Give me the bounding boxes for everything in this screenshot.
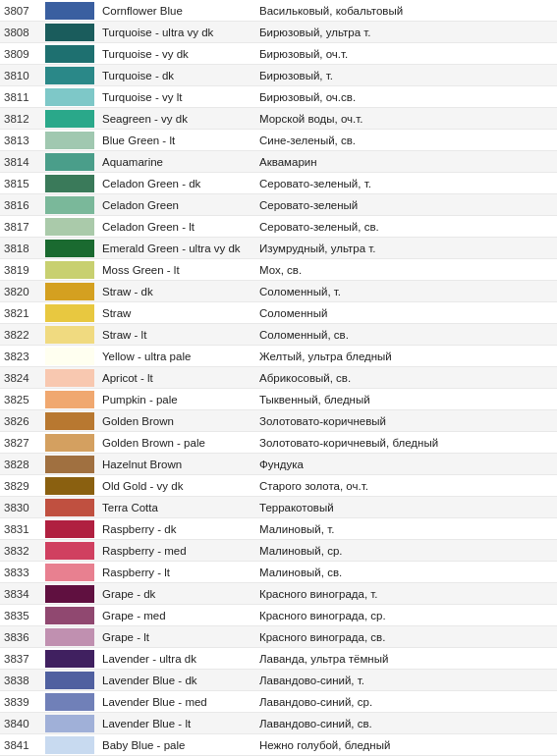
color-swatch: [45, 564, 94, 581]
color-name-russian: Серовато-зеленый: [255, 199, 557, 211]
color-swatch: [45, 369, 94, 387]
table-row: 3807Cornflower BlueВасильковый, кобальто…: [0, 0, 557, 22]
table-row: 3821StrawСоломенный: [0, 302, 557, 324]
color-swatch: [45, 218, 94, 236]
table-row: 3831Raspberry - dkМалиновый, т.: [0, 518, 557, 540]
color-name-russian: Малиновый, ср.: [255, 545, 557, 557]
color-name: Grape - lt: [98, 631, 255, 643]
color-name: Old Gold - vy dk: [98, 480, 255, 492]
color-number: 3822: [0, 329, 41, 341]
color-name-russian: Терракотовый: [255, 502, 557, 513]
table-row: 3832Raspberry - medМалиновый, ср.: [0, 540, 557, 562]
color-number: 3825: [0, 394, 41, 405]
color-name-russian: Золотовато-коричневый, бледный: [255, 437, 557, 449]
table-row: 3835Grape - medКрасного винограда, ср.: [0, 605, 557, 626]
color-number: 3815: [0, 178, 41, 189]
color-name: Pumpkin - pale: [98, 394, 255, 405]
color-name-russian: Мох, св.: [255, 264, 557, 276]
color-number: 3817: [0, 221, 41, 233]
color-swatch: [45, 196, 94, 214]
color-name: Lavender Blue - lt: [98, 718, 255, 729]
color-name-russian: Бирюзовый, оч.т.: [255, 48, 557, 60]
table-row: 3839Lavender Blue - medЛавандово-синий, …: [0, 691, 557, 713]
color-number: 3829: [0, 480, 41, 492]
table-row: 3838Lavender Blue - dkЛавандово-синий, т…: [0, 670, 557, 691]
color-swatch: [45, 45, 94, 63]
table-row: 3813Blue Green - ltСине-зеленый, св.: [0, 130, 557, 151]
color-name: Aquamarine: [98, 156, 255, 168]
color-name: Lavender Blue - med: [98, 696, 255, 708]
color-name: Straw - lt: [98, 329, 255, 341]
table-row: 3809Turquoise - vy dkБирюзовый, оч.т.: [0, 43, 557, 65]
color-name-russian: Лаванда, ультра тёмный: [255, 653, 557, 665]
color-name: Emerald Green - ultra vy dk: [98, 243, 255, 254]
color-number: 3832: [0, 545, 41, 557]
color-number: 3840: [0, 718, 41, 729]
table-row: 3837Lavender - ultra dkЛаванда, ультра т…: [0, 648, 557, 670]
table-row: 3829Old Gold - vy dkСтарого золота, оч.т…: [0, 475, 557, 497]
color-number: 3837: [0, 653, 41, 665]
table-row: 3836Grape - ltКрасного винограда, св.: [0, 626, 557, 648]
color-number: 3835: [0, 610, 41, 621]
color-name: Terra Cotta: [98, 502, 255, 513]
color-name: Raspberry - lt: [98, 567, 255, 578]
color-number: 3811: [0, 91, 41, 103]
color-swatch: [45, 499, 94, 516]
color-name: Golden Brown - pale: [98, 437, 255, 449]
color-swatch: [45, 412, 94, 430]
table-row: 3820Straw - dkСоломенный, т.: [0, 281, 557, 302]
color-swatch: [45, 391, 94, 408]
table-row: 3811Turquoise - vy ltБирюзовый, оч.св.: [0, 86, 557, 108]
table-row: 3814AquamarineАквамарин: [0, 151, 557, 173]
color-number: 3821: [0, 307, 41, 319]
color-name-russian: Тыквенный, бледный: [255, 394, 557, 405]
table-row: 3812Seagreen - vy dkМорской воды, оч.т.: [0, 108, 557, 130]
color-name-russian: Красного винограда, т.: [255, 588, 557, 600]
color-swatch: [45, 715, 94, 732]
color-name: Blue Green - lt: [98, 135, 255, 146]
color-name-russian: Соломенный: [255, 307, 557, 319]
table-row: 3833Raspberry - ltМалиновый, св.: [0, 562, 557, 583]
color-number: 3812: [0, 113, 41, 125]
color-number: 3807: [0, 5, 41, 17]
color-swatch: [45, 520, 94, 538]
color-name: Celadon Green: [98, 199, 255, 211]
color-number: 3839: [0, 696, 41, 708]
color-name: Cornflower Blue: [98, 5, 255, 17]
color-swatch: [45, 88, 94, 106]
table-row: 3834Grape - dkКрасного винограда, т.: [0, 583, 557, 605]
table-row: 3828Hazelnut BrownФундука: [0, 454, 557, 475]
color-name-russian: Золотовато-коричневый: [255, 415, 557, 427]
color-swatch: [45, 607, 94, 624]
table-row: 3841Baby Blue - paleНежно голубой, бледн…: [0, 734, 557, 756]
color-name-russian: Бирюзовый, ультра т.: [255, 27, 557, 38]
color-name-russian: Васильковый, кобальтовый: [255, 5, 557, 17]
color-swatch: [45, 326, 94, 344]
color-name-russian: Лавандово-синий, св.: [255, 718, 557, 729]
table-row: 3827Golden Brown - paleЗолотовато-коричн…: [0, 432, 557, 454]
table-row: 3825Pumpkin - paleТыквенный, бледный: [0, 389, 557, 410]
table-row: 3824Apricot - ltАбрикосовый, св.: [0, 367, 557, 389]
color-number: 3819: [0, 264, 41, 276]
color-name: Golden Brown: [98, 415, 255, 427]
color-name: Turquoise - ultra vy dk: [98, 27, 255, 38]
color-name: Grape - dk: [98, 588, 255, 600]
color-name: Moss Green - lt: [98, 264, 255, 276]
color-swatch: [45, 304, 94, 322]
color-swatch: [45, 348, 94, 365]
color-name-russian: Желтый, ультра бледный: [255, 351, 557, 362]
color-swatch: [45, 153, 94, 171]
color-number: 3824: [0, 372, 41, 384]
color-number: 3834: [0, 588, 41, 600]
color-name: Turquoise - vy dk: [98, 48, 255, 60]
color-number: 3818: [0, 243, 41, 254]
color-number: 3810: [0, 70, 41, 81]
color-swatch: [45, 628, 94, 646]
color-name: Straw: [98, 307, 255, 319]
color-table: 3807Cornflower BlueВасильковый, кобальто…: [0, 0, 557, 756]
color-name: Lavender - ultra dk: [98, 653, 255, 665]
color-number: 3823: [0, 351, 41, 362]
color-swatch: [45, 240, 94, 257]
table-row: 3840Lavender Blue - ltЛавандово-синий, с…: [0, 713, 557, 734]
color-number: 3827: [0, 437, 41, 449]
